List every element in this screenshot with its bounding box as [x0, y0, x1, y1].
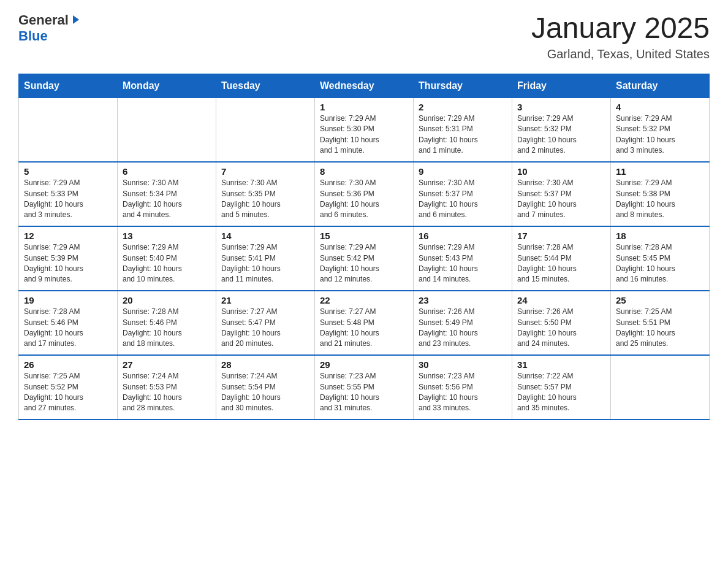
- calendar-week-row: 1Sunrise: 7:29 AM Sunset: 5:30 PM Daylig…: [19, 98, 710, 162]
- calendar-cell: [611, 355, 710, 419]
- calendar-cell: 3Sunrise: 7:29 AM Sunset: 5:32 PM Daylig…: [512, 98, 611, 162]
- calendar-cell: 20Sunrise: 7:28 AM Sunset: 5:46 PM Dayli…: [118, 291, 216, 355]
- calendar-header-thursday: Thursday: [414, 74, 512, 98]
- calendar-cell: 2Sunrise: 7:29 AM Sunset: 5:31 PM Daylig…: [414, 98, 512, 162]
- calendar-week-row: 5Sunrise: 7:29 AM Sunset: 5:33 PM Daylig…: [19, 162, 710, 226]
- calendar-cell: 8Sunrise: 7:30 AM Sunset: 5:36 PM Daylig…: [315, 162, 414, 226]
- day-info: Sunrise: 7:25 AM Sunset: 5:52 PM Dayligh…: [24, 371, 112, 414]
- calendar-header-friday: Friday: [512, 74, 611, 98]
- logo-arrow-icon: [70, 14, 82, 28]
- day-info: Sunrise: 7:29 AM Sunset: 5:41 PM Dayligh…: [221, 242, 309, 285]
- day-info: Sunrise: 7:23 AM Sunset: 5:56 PM Dayligh…: [419, 371, 507, 414]
- day-number: 2: [419, 102, 507, 112]
- logo-blue-text: Blue: [18, 28, 48, 44]
- logo: General Blue: [18, 12, 82, 44]
- calendar-cell: 22Sunrise: 7:27 AM Sunset: 5:48 PM Dayli…: [315, 291, 414, 355]
- calendar-cell: 15Sunrise: 7:29 AM Sunset: 5:42 PM Dayli…: [315, 226, 414, 291]
- day-number: 18: [616, 231, 704, 241]
- calendar-header-tuesday: Tuesday: [216, 74, 315, 98]
- day-number: 7: [221, 166, 309, 177]
- day-info: Sunrise: 7:29 AM Sunset: 5:38 PM Dayligh…: [616, 178, 704, 221]
- day-info: Sunrise: 7:29 AM Sunset: 5:33 PM Dayligh…: [24, 178, 112, 221]
- day-number: 16: [419, 231, 507, 241]
- day-info: Sunrise: 7:30 AM Sunset: 5:36 PM Dayligh…: [320, 178, 408, 221]
- calendar-cell: 27Sunrise: 7:24 AM Sunset: 5:53 PM Dayli…: [118, 355, 216, 419]
- calendar-cell: 16Sunrise: 7:29 AM Sunset: 5:43 PM Dayli…: [414, 226, 512, 291]
- day-info: Sunrise: 7:30 AM Sunset: 5:37 PM Dayligh…: [419, 178, 507, 221]
- day-info: Sunrise: 7:27 AM Sunset: 5:47 PM Dayligh…: [221, 307, 309, 350]
- calendar-cell: 9Sunrise: 7:30 AM Sunset: 5:37 PM Daylig…: [414, 162, 512, 226]
- day-info: Sunrise: 7:29 AM Sunset: 5:31 PM Dayligh…: [419, 113, 507, 156]
- calendar-cell: 28Sunrise: 7:24 AM Sunset: 5:54 PM Dayli…: [216, 355, 315, 419]
- month-title: January 2025: [531, 12, 710, 45]
- calendar-header-monday: Monday: [118, 74, 216, 98]
- day-info: Sunrise: 7:24 AM Sunset: 5:53 PM Dayligh…: [123, 371, 211, 414]
- calendar-cell: 17Sunrise: 7:28 AM Sunset: 5:44 PM Dayli…: [512, 226, 611, 291]
- day-number: 30: [419, 359, 507, 370]
- calendar-cell: 18Sunrise: 7:28 AM Sunset: 5:45 PM Dayli…: [611, 226, 710, 291]
- day-info: Sunrise: 7:25 AM Sunset: 5:51 PM Dayligh…: [616, 307, 704, 350]
- day-number: 15: [320, 231, 408, 241]
- day-number: 8: [320, 166, 408, 177]
- day-number: 17: [517, 231, 605, 241]
- day-number: 5: [24, 166, 112, 177]
- day-info: Sunrise: 7:29 AM Sunset: 5:30 PM Dayligh…: [320, 113, 408, 156]
- day-number: 3: [517, 102, 605, 112]
- day-number: 1: [320, 102, 408, 112]
- day-info: Sunrise: 7:30 AM Sunset: 5:35 PM Dayligh…: [221, 178, 309, 221]
- day-info: Sunrise: 7:29 AM Sunset: 5:40 PM Dayligh…: [123, 242, 211, 285]
- day-info: Sunrise: 7:26 AM Sunset: 5:49 PM Dayligh…: [419, 307, 507, 350]
- day-number: 9: [419, 166, 507, 177]
- day-info: Sunrise: 7:29 AM Sunset: 5:32 PM Dayligh…: [517, 113, 605, 156]
- day-info: Sunrise: 7:29 AM Sunset: 5:39 PM Dayligh…: [24, 242, 112, 285]
- calendar-table: SundayMondayTuesdayWednesdayThursdayFrid…: [18, 74, 710, 421]
- day-number: 31: [517, 359, 605, 370]
- calendar-header-row: SundayMondayTuesdayWednesdayThursdayFrid…: [19, 74, 710, 98]
- day-number: 28: [221, 359, 309, 370]
- calendar-cell: 14Sunrise: 7:29 AM Sunset: 5:41 PM Dayli…: [216, 226, 315, 291]
- calendar-cell: 29Sunrise: 7:23 AM Sunset: 5:55 PM Dayli…: [315, 355, 414, 419]
- day-number: 4: [616, 102, 704, 112]
- day-info: Sunrise: 7:28 AM Sunset: 5:45 PM Dayligh…: [616, 242, 704, 285]
- day-number: 11: [616, 166, 704, 177]
- calendar-cell: 10Sunrise: 7:30 AM Sunset: 5:37 PM Dayli…: [512, 162, 611, 226]
- day-number: 29: [320, 359, 408, 370]
- calendar-week-row: 26Sunrise: 7:25 AM Sunset: 5:52 PM Dayli…: [19, 355, 710, 419]
- day-number: 27: [123, 359, 211, 370]
- calendar-cell: 24Sunrise: 7:26 AM Sunset: 5:50 PM Dayli…: [512, 291, 611, 355]
- calendar-header-wednesday: Wednesday: [315, 74, 414, 98]
- calendar-cell: 7Sunrise: 7:30 AM Sunset: 5:35 PM Daylig…: [216, 162, 315, 226]
- day-info: Sunrise: 7:28 AM Sunset: 5:44 PM Dayligh…: [517, 242, 605, 285]
- calendar-cell: [19, 98, 118, 162]
- day-number: 19: [24, 295, 112, 305]
- calendar-cell: 26Sunrise: 7:25 AM Sunset: 5:52 PM Dayli…: [19, 355, 118, 419]
- day-info: Sunrise: 7:27 AM Sunset: 5:48 PM Dayligh…: [320, 307, 408, 350]
- day-number: 13: [123, 231, 211, 241]
- day-info: Sunrise: 7:30 AM Sunset: 5:34 PM Dayligh…: [123, 178, 211, 221]
- page-header: General Blue January 2025 Garland, Texas…: [18, 12, 710, 61]
- day-info: Sunrise: 7:24 AM Sunset: 5:54 PM Dayligh…: [221, 371, 309, 414]
- day-info: Sunrise: 7:28 AM Sunset: 5:46 PM Dayligh…: [123, 307, 211, 350]
- day-number: 12: [24, 231, 112, 241]
- day-number: 20: [123, 295, 211, 305]
- day-number: 14: [221, 231, 309, 241]
- day-number: 10: [517, 166, 605, 177]
- calendar-header-saturday: Saturday: [611, 74, 710, 98]
- day-info: Sunrise: 7:26 AM Sunset: 5:50 PM Dayligh…: [517, 307, 605, 350]
- day-info: Sunrise: 7:29 AM Sunset: 5:43 PM Dayligh…: [419, 242, 507, 285]
- calendar-week-row: 12Sunrise: 7:29 AM Sunset: 5:39 PM Dayli…: [19, 226, 710, 291]
- calendar-cell: 19Sunrise: 7:28 AM Sunset: 5:46 PM Dayli…: [19, 291, 118, 355]
- day-info: Sunrise: 7:29 AM Sunset: 5:42 PM Dayligh…: [320, 242, 408, 285]
- day-number: 25: [616, 295, 704, 305]
- calendar-cell: 11Sunrise: 7:29 AM Sunset: 5:38 PM Dayli…: [611, 162, 710, 226]
- day-number: 23: [419, 295, 507, 305]
- day-info: Sunrise: 7:28 AM Sunset: 5:46 PM Dayligh…: [24, 307, 112, 350]
- calendar-cell: 25Sunrise: 7:25 AM Sunset: 5:51 PM Dayli…: [611, 291, 710, 355]
- calendar-cell: 5Sunrise: 7:29 AM Sunset: 5:33 PM Daylig…: [19, 162, 118, 226]
- day-info: Sunrise: 7:30 AM Sunset: 5:37 PM Dayligh…: [517, 178, 605, 221]
- calendar-week-row: 19Sunrise: 7:28 AM Sunset: 5:46 PM Dayli…: [19, 291, 710, 355]
- day-info: Sunrise: 7:29 AM Sunset: 5:32 PM Dayligh…: [616, 113, 704, 156]
- calendar-cell: 30Sunrise: 7:23 AM Sunset: 5:56 PM Dayli…: [414, 355, 512, 419]
- location-title: Garland, Texas, United States: [531, 47, 710, 61]
- day-info: Sunrise: 7:22 AM Sunset: 5:57 PM Dayligh…: [517, 371, 605, 414]
